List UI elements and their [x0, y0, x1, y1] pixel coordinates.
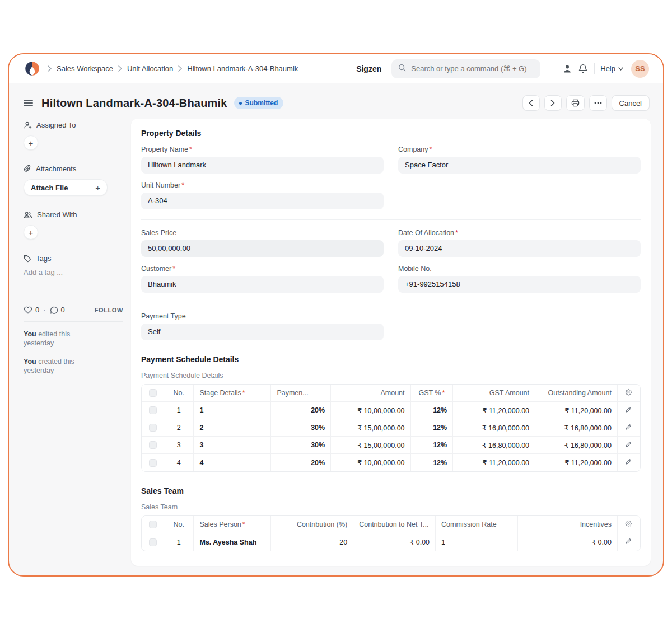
required-asterisk: * [242, 389, 245, 397]
dot-separator: · [43, 306, 45, 314]
shared-users-icon [24, 211, 32, 219]
title-bar: Hiltown Landmark-A-304-Bhaumik Submitted… [9, 83, 663, 119]
payment-type-input[interactable]: Self [141, 324, 384, 340]
brand-name: Sigzen [356, 64, 381, 73]
assigned-to-section: Assigned To [24, 121, 123, 129]
mobile-no-input[interactable]: +91-9925154158 [398, 276, 641, 293]
section-divider [141, 219, 641, 220]
required-asterisk: * [172, 265, 175, 273]
tags-section: Tags [24, 254, 123, 263]
payment-type-field: Payment Type Self [141, 312, 384, 340]
property-name-field: Property Name* Hiltown Landmark [141, 146, 384, 174]
divider [594, 63, 595, 74]
cancel-button[interactable]: Cancel [612, 95, 650, 111]
edit-row-pencil-icon[interactable] [626, 424, 632, 430]
customer-input[interactable]: Bhaumik [141, 276, 384, 293]
chevron-down-icon [618, 67, 623, 71]
print-button[interactable] [566, 95, 585, 111]
plus-icon: + [95, 183, 100, 193]
property-name-input[interactable]: Hiltown Landmark [141, 157, 384, 174]
breadcrumb-sales-workspace[interactable]: Sales Workspace [57, 64, 113, 73]
like-count: 0 [35, 306, 39, 314]
activity-entry: You created this yesterday [24, 357, 123, 376]
navbar: Sales Workspace Unit Allocation Hiltown … [9, 54, 663, 83]
payment-schedule-table: No. Stage Details* Paymen... Amount GST … [141, 384, 641, 472]
help-menu[interactable]: Help [600, 64, 623, 73]
breadcrumb-unit-allocation[interactable]: Unit Allocation [127, 64, 173, 73]
previous-document-button[interactable] [522, 95, 540, 111]
company-field: Company* Space Factor [398, 146, 641, 174]
date-of-allocation-input[interactable]: 09-10-2024 [398, 240, 641, 257]
more-actions-button[interactable] [589, 95, 607, 111]
global-search[interactable] [391, 59, 540, 78]
document-sidebar: Assigned To + Attachments Attach File + … [24, 119, 123, 384]
assign-user-icon [24, 121, 32, 129]
required-asterisk: * [181, 181, 184, 189]
search-input[interactable] [411, 64, 534, 73]
status-dot-icon [239, 102, 242, 105]
section-heading-property-details: Property Details [141, 129, 641, 138]
select-all-checkbox[interactable] [149, 521, 157, 528]
notifications-bell-icon[interactable] [575, 61, 591, 77]
section-divider [141, 303, 641, 303]
sigzen-logo-icon[interactable] [25, 61, 40, 76]
table-settings-gear-icon[interactable] [625, 388, 632, 396]
required-asterisk: * [455, 229, 458, 237]
comment-icon[interactable] [50, 306, 58, 314]
next-document-button[interactable] [544, 95, 562, 111]
table-row[interactable]: 1 1 20% ₹ 10,00,000.00 12% ₹ 11,20,000.0… [142, 402, 640, 419]
payment-schedule-table-label: Payment Schedule Details [141, 372, 641, 379]
page-title: Hiltown Landmark-A-304-Bhaumik [41, 97, 227, 110]
table-row[interactable]: 3 3 30% ₹ 15,00,000.00 12% ₹ 16,80,000.0… [142, 437, 640, 454]
add-assignment-button[interactable]: + [24, 135, 38, 150]
chevron-right-icon [118, 65, 122, 72]
edit-row-pencil-icon[interactable] [626, 406, 632, 413]
unit-number-field: Unit Number* A-304 [141, 181, 384, 209]
table-row[interactable]: 1 Ms. Ayesha Shah 20 ₹ 0.00 1 ₹ 0.00 [142, 533, 640, 551]
sales-price-input[interactable]: 50,00,000.00 [141, 240, 384, 257]
required-asterisk: * [430, 146, 432, 153]
table-row[interactable]: 4 4 20% ₹ 10,00,000.00 12% ₹ 11,20,000.0… [142, 454, 640, 471]
row-checkbox[interactable] [149, 441, 157, 449]
avatar[interactable]: SS [631, 60, 649, 78]
shared-with-section: Shared With [24, 210, 123, 219]
select-all-checkbox[interactable] [149, 389, 157, 397]
section-heading-sales-team: Sales Team [141, 486, 641, 495]
unit-number-input[interactable]: A-304 [141, 193, 384, 209]
required-asterisk: * [242, 521, 245, 528]
table-row[interactable]: 2 2 30% ₹ 15,00,000.00 12% ₹ 16,80,000.0… [142, 419, 640, 437]
edit-row-pencil-icon[interactable] [626, 538, 632, 545]
add-share-button[interactable]: + [24, 225, 38, 240]
table-settings-gear-icon[interactable] [625, 520, 632, 527]
edit-row-pencil-icon[interactable] [626, 458, 632, 465]
customer-field: Customer* Bhaumik [141, 265, 384, 293]
edit-row-pencil-icon[interactable] [626, 441, 632, 448]
app-window: Sales Workspace Unit Allocation Hiltown … [8, 53, 664, 577]
breadcrumb-current-doc[interactable]: Hiltown Landmark-A-304-Bhaumik [187, 64, 298, 73]
required-asterisk: * [442, 389, 445, 397]
sales-team-table-label: Sales Team [141, 503, 641, 511]
paperclip-icon [24, 165, 31, 173]
user-icon[interactable] [559, 61, 575, 77]
attach-file-button[interactable]: Attach File + [24, 179, 108, 196]
add-tag-input[interactable]: Add a tag ... [24, 268, 123, 276]
status-badge: Submitted [234, 97, 284, 109]
row-checkbox[interactable] [149, 459, 157, 467]
tag-icon [24, 255, 31, 263]
row-checkbox[interactable] [149, 406, 157, 414]
like-heart-icon[interactable] [24, 306, 32, 314]
required-asterisk: * [189, 146, 192, 153]
menu-icon[interactable] [24, 100, 33, 106]
activity-entry: You edited this yesterday [24, 330, 123, 348]
search-icon [398, 64, 406, 74]
date-of-allocation-field: Date Of Allocation* 09-10-2024 [398, 229, 641, 257]
sales-team-table: No. Sales Person* Contribution (%) Contr… [141, 515, 641, 551]
breadcrumb: Sales Workspace Unit Allocation Hiltown … [48, 64, 298, 73]
follow-button[interactable]: FOLLOW [95, 307, 123, 313]
chevron-right-icon [48, 65, 52, 72]
form-card: Property Details Property Name* Hiltown … [131, 119, 651, 566]
company-input[interactable]: Space Factor [398, 157, 641, 174]
row-checkbox[interactable] [149, 538, 157, 546]
row-checkbox[interactable] [149, 424, 157, 432]
divider [24, 321, 123, 322]
